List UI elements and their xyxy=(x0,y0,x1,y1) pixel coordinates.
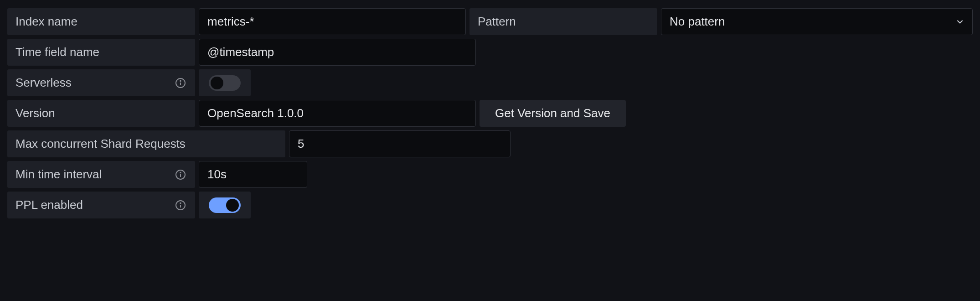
version-label: Version xyxy=(7,100,195,127)
ppl-enabled-label: PPL enabled xyxy=(7,192,195,218)
serverless-toggle-cell xyxy=(199,69,251,96)
serverless-toggle[interactable] xyxy=(209,75,241,91)
label-text: Pattern xyxy=(478,15,516,29)
toggle-knob xyxy=(226,199,239,212)
ppl-enabled-toggle[interactable] xyxy=(209,197,241,213)
row-serverless: Serverless xyxy=(7,69,973,96)
time-field-name-input[interactable] xyxy=(199,39,476,66)
settings-form: Index name Pattern No pattern Time field… xyxy=(0,0,980,227)
max-concurrent-shard-requests-input[interactable] xyxy=(289,130,511,157)
max-concurrent-shard-requests-label: Max concurrent Shard Requests xyxy=(7,130,285,157)
info-icon[interactable] xyxy=(174,199,187,212)
svg-point-8 xyxy=(180,202,181,203)
row-index-name: Index name Pattern No pattern xyxy=(7,8,973,35)
get-version-and-save-button[interactable]: Get Version and Save xyxy=(480,100,626,127)
index-name-input[interactable] xyxy=(199,8,466,35)
row-time-field-name: Time field name xyxy=(7,39,973,66)
label-text: Max concurrent Shard Requests xyxy=(15,137,186,151)
row-ppl-enabled: PPL enabled xyxy=(7,192,973,218)
svg-point-5 xyxy=(180,172,181,173)
label-text: PPL enabled xyxy=(15,198,83,212)
time-field-name-label: Time field name xyxy=(7,39,195,66)
ppl-enabled-toggle-cell xyxy=(199,192,251,218)
info-icon[interactable] xyxy=(174,168,187,181)
row-max-concurrent-shard-requests: Max concurrent Shard Requests xyxy=(7,130,973,157)
label-text: Version xyxy=(15,106,55,120)
label-text: Index name xyxy=(15,15,77,29)
toggle-knob xyxy=(211,77,223,89)
index-name-label: Index name xyxy=(7,8,195,35)
row-min-time-interval: Min time interval xyxy=(7,161,973,188)
info-icon[interactable] xyxy=(174,77,187,89)
pattern-label: Pattern xyxy=(469,8,657,35)
pattern-selected-value: No pattern xyxy=(670,15,725,29)
min-time-interval-input[interactable] xyxy=(199,161,307,188)
serverless-label: Serverless xyxy=(7,69,195,96)
min-time-interval-label: Min time interval xyxy=(7,161,195,188)
label-text: Min time interval xyxy=(15,167,102,182)
row-version: Version Get Version and Save xyxy=(7,100,973,127)
pattern-select-wrap: No pattern xyxy=(661,8,973,35)
label-text: Time field name xyxy=(15,45,99,59)
svg-point-2 xyxy=(180,80,181,81)
pattern-select[interactable]: No pattern xyxy=(661,8,973,35)
version-input[interactable] xyxy=(199,100,476,127)
label-text: Serverless xyxy=(15,76,72,90)
